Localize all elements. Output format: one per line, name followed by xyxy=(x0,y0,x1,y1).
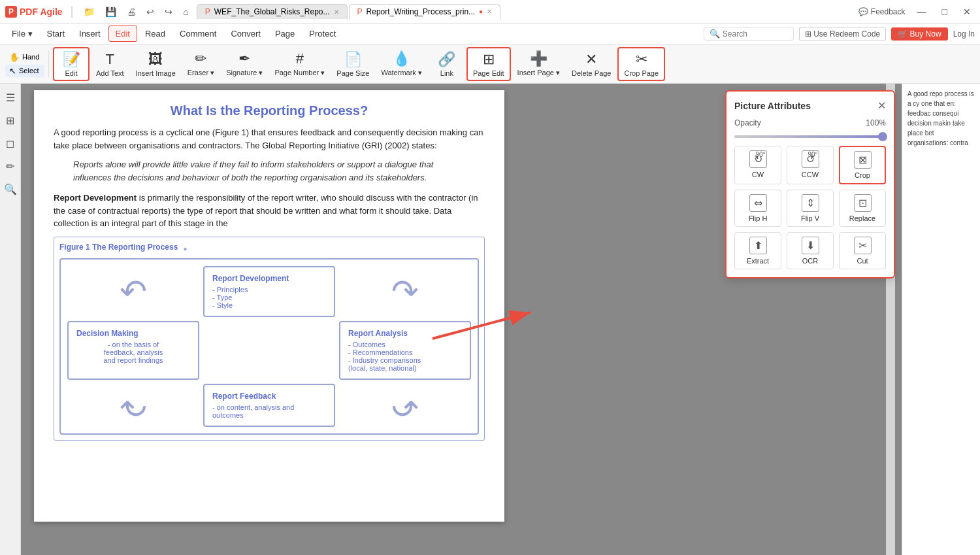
save-icon[interactable]: 💾 xyxy=(103,4,119,20)
ocr-icon: ⬇ xyxy=(802,237,819,254)
tab-wef[interactable]: P WEF_The_Global_Risks_Repo... ✕ xyxy=(197,4,348,19)
select-tool[interactable]: ↖ Select xyxy=(5,65,44,77)
crop-page-tool[interactable]: ✂ Crop Page xyxy=(617,47,665,81)
opacity-track xyxy=(734,135,886,138)
panel-close-button[interactable]: ✕ xyxy=(877,99,886,112)
link-icon: 🔗 xyxy=(438,51,455,68)
insert-page-tool[interactable]: ➕ Insert Page ▾ xyxy=(512,47,565,81)
flip-v-icon: ⇕ xyxy=(802,194,819,212)
login-button[interactable]: Log In xyxy=(953,29,975,39)
tab-report[interactable]: P Report_Writing_Process_prin... ● ✕ xyxy=(349,4,501,20)
delete-page-tool[interactable]: ✕ Delete Page xyxy=(566,47,617,81)
menu-start[interactable]: Start xyxy=(41,26,71,41)
home-icon[interactable]: ⌂ xyxy=(180,4,191,20)
redeem-button[interactable]: ⊞ Use Redeem Code xyxy=(799,27,886,41)
decision-title: Decision Making xyxy=(76,329,190,338)
cut-button[interactable]: ✂ Cut xyxy=(839,232,886,269)
decision-item3: and report findings xyxy=(76,356,190,364)
add-text-tool[interactable]: T Add Text xyxy=(91,47,129,81)
undo-icon[interactable]: ↩ xyxy=(144,4,157,20)
extract-icon: ⬆ xyxy=(749,237,767,254)
report-dev-title: Report Development xyxy=(212,274,326,283)
menu-read[interactable]: Read xyxy=(139,26,172,41)
menu-insert[interactable]: Insert xyxy=(73,26,107,41)
report-dev-item1: - Principles xyxy=(212,286,326,294)
sidebar-edit-icon[interactable]: ✏ xyxy=(3,158,17,175)
flip-h-label: Flip H xyxy=(749,214,768,222)
menu-protect[interactable]: Protect xyxy=(302,26,342,41)
add-text-label: Add Text xyxy=(96,69,124,77)
redeem-icon: ⊞ xyxy=(805,29,811,39)
page-number-tool[interactable]: # Page Number ▾ xyxy=(269,47,330,81)
diagram-decision: Decision Making - on the basis of feedba… xyxy=(67,321,199,380)
hand-icon: ✋ xyxy=(9,52,20,62)
opacity-thumb[interactable] xyxy=(878,132,887,141)
link-tool[interactable]: 🔗 Link xyxy=(429,47,465,81)
arrow-icon-bottomleft: ↷ xyxy=(120,386,147,424)
insert-page-label: Insert Page ▾ xyxy=(517,69,560,77)
diagram-center-empty xyxy=(203,321,335,380)
tab-wef-close[interactable]: ✕ xyxy=(334,8,339,16)
maximize-button[interactable]: □ xyxy=(938,7,951,17)
arrow-bottomleft: ↷ xyxy=(67,384,199,427)
search-icon: 🔍 xyxy=(710,29,720,39)
opacity-fill xyxy=(734,135,886,138)
menu-right: 🔍 ⊞ Use Redeem Code 🛒 Buy Now Log In xyxy=(704,27,975,41)
search-box[interactable]: 🔍 xyxy=(704,27,794,41)
sidebar-page-icon[interactable]: ◻ xyxy=(3,135,17,152)
print-icon[interactable]: 🖨 xyxy=(124,4,139,20)
rotate-cw-button[interactable]: 90° ↻ CW xyxy=(734,146,781,184)
signature-tool[interactable]: ✒ Signature ▾ xyxy=(221,47,268,81)
delete-page-label: Delete Page xyxy=(572,69,612,77)
menu-page[interactable]: Page xyxy=(269,26,301,41)
tab-report-dot: ● xyxy=(479,8,483,15)
insert-image-tool[interactable]: 🖼 Insert Image xyxy=(131,47,181,81)
rotate-ccw-label: CCW xyxy=(802,171,819,178)
tab-report-close[interactable]: ✕ xyxy=(487,8,492,15)
redo-icon[interactable]: ↪ xyxy=(162,4,175,20)
figure-header: Figure 1 The Reporting Process ● xyxy=(59,243,479,256)
panel-header: Picture Attributes ✕ xyxy=(734,99,886,112)
sidebar-grid-icon[interactable]: ⊞ xyxy=(3,112,17,129)
minimize-button[interactable]: — xyxy=(913,7,930,17)
menu-comment[interactable]: Comment xyxy=(173,26,223,41)
rotate-ccw-button[interactable]: 90° ↺ CCW xyxy=(787,146,834,184)
edit-tool[interactable]: 📝 Edit xyxy=(53,47,90,81)
insert-image-label: Insert Image xyxy=(136,69,176,77)
close-button[interactable]: ✕ xyxy=(959,7,975,17)
ocr-button[interactable]: ⬇ OCR xyxy=(787,232,834,269)
diagram-row2: Decision Making - on the basis of feedba… xyxy=(67,321,471,380)
link-label: Link xyxy=(440,69,453,77)
replace-button[interactable]: ⊡ Replace xyxy=(839,190,886,227)
crop-button[interactable]: ⊠ Crop xyxy=(839,146,886,184)
menu-edit[interactable]: Edit xyxy=(108,25,137,42)
figure-label: Figure 1 The Reporting Process xyxy=(59,243,178,252)
diagram-report-dev: Report Development - Principles - Type -… xyxy=(203,266,335,317)
watermark-tool[interactable]: 💧 Watermark ▾ xyxy=(376,47,427,81)
search-input[interactable] xyxy=(723,29,788,39)
hand-label: Hand xyxy=(22,53,39,61)
feedback-button[interactable]: 💬 Feedback xyxy=(858,7,906,16)
opacity-label: Opacity xyxy=(734,118,761,127)
menu-file[interactable]: File ▾ xyxy=(5,26,39,41)
buy-button[interactable]: 🛒 Buy Now xyxy=(891,27,947,41)
tab-wef-label: WEF_The_Global_Risks_Repo... xyxy=(214,7,330,16)
panel-title: Picture Attributes xyxy=(734,101,811,111)
menu-convert[interactable]: Convert xyxy=(224,26,267,41)
picture-panel: Picture Attributes ✕ Opacity 100% 90° xyxy=(725,90,895,278)
flip-h-button[interactable]: ⇔ Flip H xyxy=(734,190,781,227)
sidebar-list-icon[interactable]: ☰ xyxy=(3,89,18,107)
preview-text: A good repo process is a cy one that en:… xyxy=(907,89,975,148)
folder-icon[interactable]: 📁 xyxy=(81,4,97,20)
opacity-slider-container[interactable] xyxy=(734,135,886,138)
sidebar-search-icon[interactable]: 🔍 xyxy=(1,180,20,198)
delete-page-icon: ✕ xyxy=(585,51,597,68)
title-separator: | xyxy=(71,5,74,18)
diagram-row3: ↷ Report Feedback - on content, analysis… xyxy=(67,384,471,427)
flip-v-button[interactable]: ⇕ Flip V xyxy=(787,190,834,227)
eraser-tool[interactable]: ✏ Eraser ▾ xyxy=(182,47,220,81)
extract-button[interactable]: ⬆ Extract xyxy=(734,232,781,269)
hand-tool[interactable]: ✋ Hand xyxy=(5,51,44,63)
page-size-tool[interactable]: 📄 Page Size xyxy=(331,47,374,81)
page-edit-tool[interactable]: ⊞ Page Edit xyxy=(466,47,511,81)
